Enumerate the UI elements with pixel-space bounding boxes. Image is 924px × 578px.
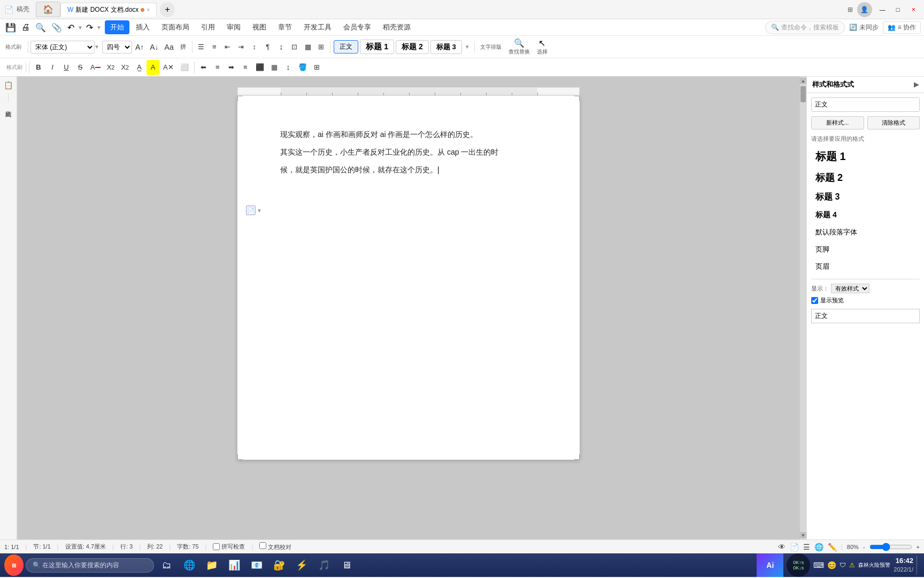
highlight-btn[interactable]: A: [147, 60, 159, 75]
outline-icon[interactable]: ☰: [803, 543, 810, 551]
taskbar-email-icon[interactable]: 📧: [247, 556, 266, 575]
underline-btn[interactable]: U: [60, 60, 73, 75]
taskbar-browser-icon[interactable]: 🌐: [180, 556, 199, 575]
align-center-btn[interactable]: ≡: [211, 60, 224, 75]
format-painter-btn[interactable]: 格式刷: [3, 42, 24, 52]
collab-btn[interactable]: 👥 ≡ 协作: [883, 21, 921, 34]
char-shade-btn[interactable]: A̲: [133, 60, 145, 75]
page-content[interactable]: 现实观察，ai 作画和画师反对 ai 作画是一个怎么样的历史。 其实这一个历史，…: [280, 128, 537, 177]
line-spacing-btn[interactable]: ↨: [275, 40, 288, 55]
menu-devtools[interactable]: 开发工具: [298, 20, 337, 34]
decrease-indent-btn[interactable]: ⇤: [221, 40, 234, 55]
zoom-in-btn[interactable]: +: [917, 544, 920, 550]
pen-icon[interactable]: ✏️: [828, 543, 837, 551]
style-search-input[interactable]: 正文: [811, 97, 920, 112]
page-hint-widget[interactable]: 📄 ▼: [246, 206, 262, 215]
menu-start[interactable]: 开始: [105, 20, 129, 34]
menu-view[interactable]: 视图: [247, 20, 272, 34]
border2-btn[interactable]: ⊞: [311, 60, 324, 75]
scroll-up-btn[interactable]: ▲: [800, 78, 806, 84]
redo-arrow-icon[interactable]: ▼: [96, 25, 102, 31]
display-select[interactable]: 有效样式: [831, 284, 869, 293]
print-layout-icon[interactable]: 📄: [790, 543, 799, 551]
clear-format-btn[interactable]: A✕: [160, 60, 176, 75]
quick-save-icon[interactable]: 💾: [3, 21, 18, 34]
scroll-thumb[interactable]: [800, 86, 806, 102]
quick-pdf-icon[interactable]: 📎: [49, 21, 64, 34]
style-h2[interactable]: 标题 2: [396, 40, 429, 54]
close-btn[interactable]: ×: [907, 4, 920, 14]
style-item-h3[interactable]: 标题 3: [811, 188, 920, 206]
tray-warning-icon[interactable]: ⚠: [849, 561, 855, 569]
ordered-list-btn[interactable]: ≡: [208, 40, 221, 55]
style-item-h1[interactable]: 标题 1: [811, 146, 920, 167]
scroll-track[interactable]: [800, 85, 806, 531]
web-layout-icon[interactable]: 🌐: [814, 543, 823, 551]
panel-style-input[interactable]: 正文: [811, 309, 920, 323]
menu-references[interactable]: 引用: [196, 20, 220, 34]
font-reset-btn[interactable]: Aa: [162, 40, 176, 55]
style-item-default[interactable]: 默认段落字体: [811, 224, 920, 240]
menu-chapter[interactable]: 章节: [273, 20, 297, 34]
text-arrange-btn[interactable]: 文字排版: [477, 42, 505, 52]
taskbar-app3-icon[interactable]: ⚡: [292, 556, 311, 575]
quick-print-icon[interactable]: 🖨: [19, 21, 32, 33]
style-normal[interactable]: 正文: [334, 40, 358, 54]
taskbar-app2-icon[interactable]: 🔐: [270, 556, 289, 575]
scroll-down-btn[interactable]: ▼: [800, 532, 806, 538]
start-btn[interactable]: ⊞: [4, 554, 24, 576]
styles-more-icon[interactable]: ▼: [464, 43, 471, 51]
show-desktop-btn[interactable]: [917, 556, 920, 575]
tray-security-icon[interactable]: 🛡: [840, 561, 846, 569]
show-preview-row[interactable]: 显示预览: [811, 296, 920, 305]
table-btn[interactable]: ⊞: [315, 40, 328, 55]
superscript-btn[interactable]: X2: [104, 60, 118, 75]
font-color-btn[interactable]: A: [88, 60, 103, 75]
paragraph-1[interactable]: 现实观察，ai 作画和画师反对 ai 作画是一个怎么样的历史。: [280, 128, 537, 141]
doc-check-btn[interactable]: 文档校对: [259, 542, 291, 551]
unordered-list-btn[interactable]: ☰: [195, 40, 207, 55]
tab-close-btn[interactable]: ×: [147, 7, 150, 13]
italic-btn[interactable]: I: [46, 60, 59, 75]
font-name-arrow[interactable]: ▼: [94, 44, 99, 50]
style-item-h2[interactable]: 标题 2: [811, 168, 920, 187]
read-mode-icon[interactable]: 👁: [778, 543, 786, 551]
zoom-slider[interactable]: [869, 543, 912, 551]
tray-keyboard-icon[interactable]: ⌨: [813, 561, 824, 569]
menu-insert[interactable]: 插入: [130, 20, 155, 34]
undo-quick-btn[interactable]: ↶: [65, 21, 76, 34]
style-h1[interactable]: 标题 1: [360, 40, 395, 54]
menu-resources[interactable]: 稻壳资源: [378, 20, 416, 34]
find-replace-btn[interactable]: 🔍 查找替换: [505, 37, 533, 57]
vertical-scrollbar[interactable]: ▲ ▼: [800, 77, 806, 539]
paragraph-2[interactable]: 其实这一个历史，小生产者反对工业化的历史。从 cap 一出生的时: [280, 146, 537, 159]
char-border-btn[interactable]: ⬜: [178, 60, 191, 75]
taskbar-app4-icon[interactable]: 🎵: [314, 556, 334, 575]
tray-emoji-icon[interactable]: 😊: [827, 561, 836, 569]
doc-check-checkbox[interactable]: [259, 542, 266, 549]
quick-preview-icon[interactable]: 🔍: [33, 21, 48, 34]
show-preview-checkbox[interactable]: [811, 297, 818, 304]
style-item-header[interactable]: 页眉: [811, 258, 920, 275]
font-increase-btn[interactable]: A↑: [133, 40, 147, 55]
spell-check-btn[interactable]: 拼写检查: [213, 543, 245, 551]
menu-review[interactable]: 审阅: [221, 20, 246, 34]
align-right-btn[interactable]: ➡: [225, 60, 238, 75]
taskbar-app5-icon[interactable]: 🖥: [337, 556, 356, 575]
bold-btn[interactable]: B: [32, 60, 45, 75]
layout-icon[interactable]: ⊞: [848, 6, 853, 13]
tab-home[interactable]: 🏠: [36, 2, 60, 17]
distribute-btn[interactable]: ⬛: [253, 60, 267, 75]
taskbar-files-icon[interactable]: 🗂: [157, 556, 176, 575]
menu-member[interactable]: 会员专享: [338, 20, 376, 34]
subscript-btn[interactable]: X2: [118, 60, 132, 75]
hint-icon[interactable]: 📄: [246, 206, 256, 215]
undo-arrow-icon[interactable]: ▼: [78, 25, 83, 31]
select-btn[interactable]: ↖ 选择: [534, 37, 551, 57]
fill-btn[interactable]: 🪣: [296, 60, 310, 75]
taskbar-explorer-icon[interactable]: 📁: [202, 556, 221, 575]
tab-docx[interactable]: W 新建 DOCX 文档.docx ×: [60, 3, 157, 17]
increase-indent-btn[interactable]: ⇥: [235, 40, 248, 55]
new-style-btn[interactable]: 新样式...: [811, 116, 864, 130]
ai-btn[interactable]: Ai: [757, 553, 783, 577]
